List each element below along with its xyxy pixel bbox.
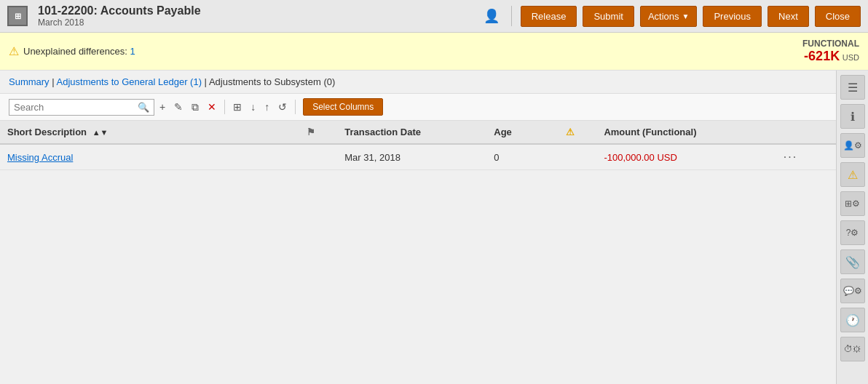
- toolbar-sep-1: [224, 100, 225, 114]
- summary-link[interactable]: Summary: [9, 76, 50, 87]
- col-header-flag: ⚑: [299, 121, 338, 144]
- clock-icon[interactable]: ⏱⚙: [840, 337, 865, 361]
- right-sidebar: ☰ ℹ 👤⚙ ⚠ ⊞⚙ ?⚙ 📎 💬⚙ 🕐 ⏱⚙: [836, 71, 868, 384]
- header: ⊞ 101-22200: Accounts Payable March 2018…: [0, 0, 868, 33]
- warning-bar: ⚠ Unexplained differences: 1 FUNCTIONAL …: [0, 33, 868, 71]
- functional-value-row: -621K USD: [802, 49, 859, 64]
- cell-transaction-date: Mar 31, 2018: [337, 144, 486, 170]
- app-icon: ⊞: [7, 6, 28, 26]
- warning-icon: ⚠: [9, 44, 19, 58]
- cell-flag: [299, 144, 338, 170]
- table-header-row: Short Description ▲▼ ⚑ Transaction Date …: [0, 121, 836, 144]
- cell-row-actions[interactable]: ···: [776, 144, 836, 170]
- adjustments-table: Short Description ▲▼ ⚑ Transaction Date …: [0, 121, 836, 170]
- sidebar-clock-icon-wrap: ⏱⚙: [840, 337, 865, 361]
- warning-count-link[interactable]: 1: [130, 46, 135, 57]
- functional-label: FUNCTIONAL: [802, 39, 859, 49]
- functional-box: FUNCTIONAL -621K USD: [802, 39, 859, 64]
- col-header-warning: ⚠: [559, 121, 597, 144]
- sidebar-help-icon-wrap: ?⚙: [840, 220, 865, 245]
- search-box[interactable]: 🔍: [9, 99, 154, 116]
- sidebar-grid-settings-icon-wrap: ⊞⚙: [840, 191, 865, 216]
- header-divider: [511, 6, 512, 26]
- sort-icons-short-desc[interactable]: ▲▼: [92, 128, 108, 137]
- list-icon[interactable]: ☰: [840, 75, 865, 100]
- copy-button[interactable]: ⧉: [188, 99, 202, 116]
- table-row: Missing Accrual Mar 31, 2018 0 -100,000.…: [0, 144, 836, 170]
- sidebar-user-settings-icon-wrap: 👤⚙: [840, 133, 865, 158]
- functional-value: -621K: [804, 49, 840, 63]
- grid-button[interactable]: ⊞: [229, 99, 245, 115]
- add-button[interactable]: +: [156, 99, 169, 115]
- col-header-amount: Amount (Functional): [596, 121, 776, 144]
- sidebar-attachment-icon-wrap: 📎: [840, 249, 865, 274]
- sidebar-chat-icon-wrap: 💬⚙: [840, 279, 865, 303]
- main-area: Summary | Adjustments to General Ledger …: [0, 71, 868, 384]
- flag-header-icon: ⚑: [307, 127, 315, 137]
- adj-sub-text: Adjustments to Subsystem (0): [209, 76, 335, 87]
- grid-settings-icon[interactable]: ⊞⚙: [840, 191, 865, 216]
- submit-button[interactable]: Submit: [583, 6, 634, 27]
- breadcrumb: Summary | Adjustments to General Ledger …: [0, 71, 836, 94]
- warn-header-icon: ⚠: [566, 127, 575, 137]
- table-container: Short Description ▲▼ ⚑ Transaction Date …: [0, 121, 836, 170]
- next-button[interactable]: Next: [768, 6, 809, 27]
- close-button[interactable]: Close: [815, 6, 861, 27]
- cell-amount: -100,000.00 USD: [596, 144, 776, 170]
- warning-text: Unexplained differences: 1: [23, 46, 135, 57]
- functional-currency: USD: [843, 53, 859, 62]
- sidebar-history-icon-wrap: 🕐: [840, 308, 865, 332]
- table-body: Missing Accrual Mar 31, 2018 0 -100,000.…: [0, 144, 836, 170]
- info-icon[interactable]: ℹ: [840, 104, 865, 129]
- warning-left: ⚠ Unexplained differences: 1: [9, 44, 135, 58]
- cell-warn: [559, 144, 597, 170]
- history-icon[interactable]: 🕐: [840, 308, 865, 332]
- short-description-link[interactable]: Missing Accrual: [7, 152, 73, 163]
- user-icon: 👤: [484, 8, 500, 24]
- release-button[interactable]: Release: [521, 6, 577, 27]
- header-title-group: 101-22200: Accounts Payable March 2018: [38, 4, 478, 28]
- sidebar-warning-icon-wrap: ⚠: [840, 162, 865, 187]
- toolbar: 🔍 + ✎ ⧉ ✕ ⊞ ↓ ↑ ↺ Select Columns: [0, 94, 836, 121]
- cell-short-description: Missing Accrual: [0, 144, 299, 170]
- previous-button[interactable]: Previous: [703, 6, 762, 27]
- cell-age: 0: [486, 144, 559, 170]
- toolbar-sep-2: [295, 100, 296, 114]
- edit-button[interactable]: ✎: [170, 99, 186, 115]
- attachment-icon[interactable]: 📎: [840, 249, 865, 274]
- col-header-row-actions: [776, 121, 836, 144]
- sidebar-list-icon-wrap: ☰: [840, 75, 865, 100]
- adj-gl-link[interactable]: Adjustments to General Ledger (1): [57, 76, 202, 87]
- help-icon[interactable]: ?⚙: [840, 220, 865, 245]
- refresh-button[interactable]: ↺: [275, 99, 291, 115]
- download-button[interactable]: ↓: [247, 99, 259, 115]
- upload-button[interactable]: ↑: [261, 99, 273, 115]
- search-icon: 🔍: [138, 102, 149, 113]
- page-subtitle: March 2018: [38, 17, 478, 28]
- content-area: Summary | Adjustments to General Ledger …: [0, 71, 836, 384]
- row-actions-button[interactable]: ···: [784, 151, 797, 164]
- col-header-short-description: Short Description ▲▼: [0, 121, 299, 144]
- page-title: 101-22200: Accounts Payable: [38, 4, 478, 17]
- search-input[interactable]: [14, 102, 138, 113]
- col-header-transaction-date: Transaction Date: [337, 121, 486, 144]
- warning-sidebar-icon[interactable]: ⚠: [840, 162, 865, 187]
- user-settings-icon[interactable]: 👤⚙: [840, 133, 865, 158]
- delete-button[interactable]: ✕: [204, 99, 220, 115]
- chat-icon[interactable]: 💬⚙: [840, 279, 865, 303]
- sidebar-info-icon-wrap: ℹ: [840, 104, 865, 129]
- actions-button[interactable]: Actions ▼: [640, 6, 698, 27]
- col-header-age: Age: [486, 121, 559, 144]
- select-columns-button[interactable]: Select Columns: [303, 98, 383, 116]
